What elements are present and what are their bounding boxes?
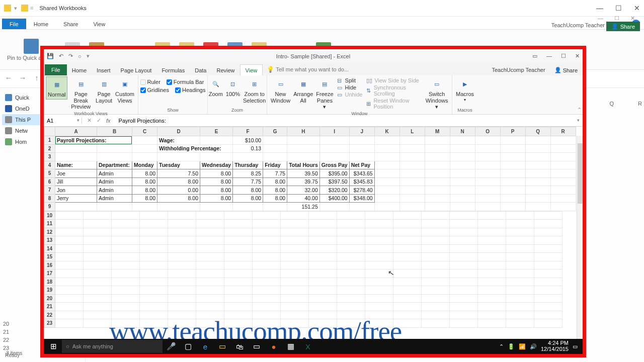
cell[interactable]: $10.00: [233, 136, 263, 145]
cell[interactable]: [525, 144, 550, 153]
cell[interactable]: [450, 153, 475, 161]
ghost-share[interactable]: 👤Share: [606, 22, 640, 31]
cell[interactable]: [475, 144, 500, 153]
cell[interactable]: [55, 269, 84, 278]
cell[interactable]: [196, 294, 224, 303]
cell[interactable]: [309, 211, 337, 220]
cell[interactable]: [224, 236, 253, 245]
cell[interactable]: [309, 278, 337, 286]
cell[interactable]: [337, 211, 365, 220]
cell[interactable]: [478, 269, 506, 278]
cell[interactable]: [478, 228, 506, 236]
cell[interactable]: [450, 236, 478, 245]
cell[interactable]: [534, 211, 562, 220]
cell[interactable]: [550, 203, 576, 211]
cell[interactable]: [55, 228, 84, 236]
maximize-button[interactable]: ☐: [615, 4, 622, 12]
cell[interactable]: [478, 244, 506, 253]
cell[interactable]: [84, 311, 112, 319]
cell[interactable]: [425, 194, 450, 203]
cell[interactable]: [450, 294, 478, 303]
cell[interactable]: [393, 278, 422, 286]
row-header[interactable]: 19: [44, 286, 55, 295]
cell[interactable]: [337, 220, 365, 228]
cell[interactable]: [393, 244, 422, 253]
col-header[interactable]: D: [157, 127, 200, 136]
side-by-side[interactable]: ▯▯View Side by Side: [366, 77, 422, 83]
cell[interactable]: Wednesday: [200, 161, 233, 169]
cell[interactable]: [422, 211, 450, 220]
name-box[interactable]: A1: [44, 118, 82, 124]
cell[interactable]: Wage:: [157, 136, 200, 145]
new-window[interactable]: ▭New Window: [269, 76, 292, 105]
cell[interactable]: [399, 153, 425, 161]
cell[interactable]: [478, 278, 506, 286]
cell[interactable]: [84, 253, 112, 261]
cell[interactable]: [253, 286, 281, 295]
cell[interactable]: [196, 303, 224, 311]
cell[interactable]: $348.00: [349, 194, 374, 203]
cell[interactable]: $400.00: [319, 194, 349, 203]
cell[interactable]: [422, 261, 450, 269]
macros-button[interactable]: ▶Macros▾: [454, 76, 475, 103]
cell[interactable]: 8.25: [233, 169, 263, 178]
cell[interactable]: [253, 236, 281, 245]
cell[interactable]: [475, 186, 500, 195]
cell[interactable]: [450, 303, 478, 311]
normal-view[interactable]: ▦Normal: [46, 76, 67, 100]
cell[interactable]: [140, 211, 168, 220]
cell[interactable]: [365, 211, 393, 220]
cell[interactable]: 7.75: [233, 177, 263, 186]
cortana-icon[interactable]: 🎤: [163, 339, 180, 354]
cell[interactable]: [475, 194, 500, 203]
cell[interactable]: [84, 220, 112, 228]
cell[interactable]: Jerry: [55, 194, 97, 203]
cell[interactable]: [393, 236, 422, 245]
cell[interactable]: [224, 303, 253, 311]
cell[interactable]: [55, 311, 84, 319]
cell[interactable]: [365, 236, 393, 245]
cell[interactable]: [287, 136, 320, 145]
tab-home[interactable]: Home: [67, 65, 92, 75]
cell[interactable]: [196, 236, 224, 245]
cell[interactable]: [337, 278, 365, 286]
cell[interactable]: [365, 286, 393, 295]
cell[interactable]: [224, 228, 253, 236]
cell[interactable]: [55, 211, 84, 220]
cell[interactable]: $397.50: [319, 177, 349, 186]
cell[interactable]: [399, 161, 425, 169]
cell[interactable]: [393, 286, 422, 295]
cell[interactable]: 8.00: [157, 194, 200, 203]
cell[interactable]: [393, 253, 422, 261]
taskview-icon[interactable]: ▢: [180, 339, 197, 354]
col-header[interactable]: G: [263, 127, 287, 136]
cell[interactable]: [425, 136, 450, 145]
cell[interactable]: [55, 203, 97, 211]
cell[interactable]: [337, 269, 365, 278]
cell[interactable]: [337, 253, 365, 261]
cell[interactable]: [253, 278, 281, 286]
col-header[interactable]: R: [550, 127, 576, 136]
cell[interactable]: [506, 211, 534, 220]
cell[interactable]: [478, 303, 506, 311]
cell[interactable]: Monday: [132, 161, 157, 169]
cell[interactable]: [500, 153, 525, 161]
cell[interactable]: [393, 220, 422, 228]
close-button[interactable]: ✕: [575, 53, 580, 59]
row-header[interactable]: 14: [44, 244, 55, 253]
collapse-ribbon-icon[interactable]: ⌃: [577, 107, 582, 113]
custom-views[interactable]: ▣Custom Views: [114, 76, 136, 105]
cell[interactable]: [506, 319, 534, 328]
tab-file[interactable]: File: [2, 19, 26, 29]
cell[interactable]: [224, 244, 253, 253]
cell[interactable]: [500, 161, 525, 169]
excel-icon[interactable]: X: [299, 339, 316, 354]
cell[interactable]: Payroll Projections:: [55, 136, 132, 145]
cell[interactable]: [281, 294, 309, 303]
cell[interactable]: [200, 203, 233, 211]
cell[interactable]: [157, 203, 200, 211]
cell[interactable]: [374, 153, 399, 161]
cell[interactable]: [112, 303, 140, 311]
cell[interactable]: [422, 253, 450, 261]
cell[interactable]: [168, 278, 196, 286]
